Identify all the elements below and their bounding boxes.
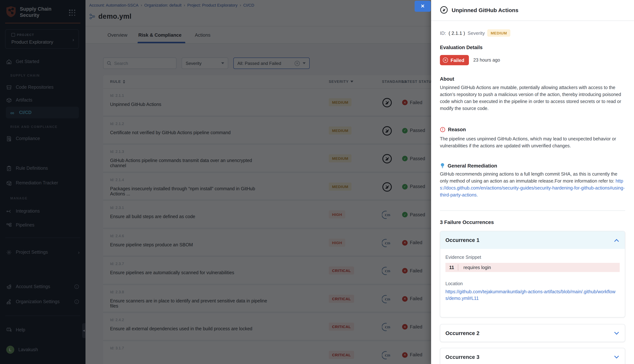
occurrence-2-panel: Occurrence 2 <box>440 324 625 342</box>
id-value: ( 2.1.1 ) <box>449 30 465 36</box>
evidence-snippet: 11 requires login <box>445 263 620 272</box>
failure-occurrences-heading: 3 Failure Occurrences <box>440 219 494 225</box>
evaluation-timestamp: 23 hours ago <box>473 58 500 63</box>
occurrence-2-header[interactable]: Occurrence 2 <box>440 324 625 342</box>
app-root: Supply Chain Security PROJECT Product Ex… <box>0 0 634 364</box>
rule-detail-drawer: Unpinned GitHub Actions ID: ( 2.1.1 ) Se… <box>431 0 634 364</box>
about-text: Unpinned GitHub Actions are mutable, pot… <box>440 84 625 112</box>
remediation-text: GitHub recommends pinning actions to a f… <box>440 171 625 199</box>
evidence-line-number: 11 <box>445 265 458 270</box>
occurrence-3-panel: Occurrence 3 <box>440 348 625 364</box>
reason-heading: Reason <box>448 127 466 132</box>
location-link[interactable]: https://github.com/tejakummarikuntla/gh-… <box>445 288 618 302</box>
occurrence-1-header[interactable]: Occurrence 1 <box>440 231 625 249</box>
chevron-down-icon <box>614 330 619 334</box>
failed-status-pill: ✕ Failed <box>440 55 469 65</box>
severity-badge: MEDIUM <box>487 29 510 37</box>
alert-circle-icon <box>440 127 445 132</box>
divider <box>440 210 625 211</box>
reason-text: The pipeline uses unpinned GitHub Action… <box>440 136 625 150</box>
divider <box>431 20 634 21</box>
owasp-standard-icon <box>440 6 448 14</box>
drawer-close-button[interactable]: × <box>415 1 431 12</box>
remediation-heading-row: General Remediation <box>440 163 497 168</box>
id-label: ID: <box>440 30 446 36</box>
severity-label: Severity <box>468 30 485 36</box>
occurrence-2-title: Occurrence 2 <box>445 330 479 336</box>
drawer-title: Unpinned GitHub Actions <box>452 7 518 13</box>
occurrence-3-title: Occurrence 3 <box>445 354 479 360</box>
occurrence-3-header[interactable]: Occurrence 3 <box>440 348 625 364</box>
evidence-snippet-label: Evidence Snippet <box>445 255 481 260</box>
chevron-up-icon <box>614 239 619 244</box>
occurrence-1-panel: Occurrence 1 Evidence Snippet 11 require… <box>440 231 625 318</box>
remediation-heading: General Remediation <box>448 163 497 168</box>
evidence-text: requires login <box>463 265 491 270</box>
lightbulb-icon <box>440 163 445 168</box>
circle-x-icon: ✕ <box>443 58 448 63</box>
about-heading: About <box>440 76 454 82</box>
occurrence-1-title: Occurrence 1 <box>445 237 479 243</box>
reason-heading-row: Reason <box>440 127 466 132</box>
divider <box>458 264 458 270</box>
chevron-down-icon <box>614 354 619 358</box>
modal-dim-overlay[interactable] <box>0 0 431 364</box>
location-label: Location <box>445 281 463 286</box>
evaluation-details-heading: Evaluation Details <box>440 45 483 50</box>
rule-id-line: ID: ( 2.1.1 ) Severity MEDIUM <box>440 29 510 37</box>
